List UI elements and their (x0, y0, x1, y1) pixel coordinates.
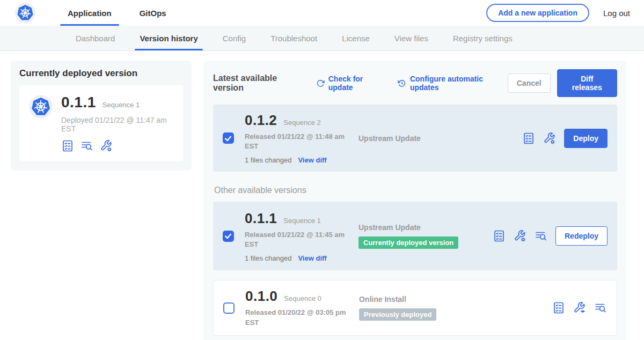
configure-updates-label: Configure automatic updates (410, 75, 508, 92)
tab-view-files-label: View files (394, 34, 428, 43)
version-source-block: Upstream Update (358, 134, 493, 143)
edit-config-icon[interactable] (100, 139, 113, 152)
version-checkbox[interactable] (223, 302, 235, 314)
preflight-checks-icon[interactable] (493, 230, 506, 242)
kubernetes-logo-icon (15, 3, 35, 23)
check-for-update-link[interactable]: Check for update (316, 75, 386, 92)
deploy-button[interactable]: Deploy (564, 129, 608, 148)
main-content: Currently deployed version 0.1.1 Sequenc… (0, 51, 644, 340)
version-actions (552, 301, 607, 314)
top-nav-spacer (180, 0, 486, 26)
version-released-at: Released 01/20/22 @ 03:05 pm EST (245, 308, 346, 327)
tab-registry-settings[interactable]: Registry settings (441, 26, 525, 50)
edit-config-icon[interactable] (543, 132, 556, 145)
add-application-button[interactable]: Add a new application (486, 4, 589, 22)
available-versions-panel: Latest available version Check for updat… (203, 61, 627, 340)
tab-config[interactable]: Config (210, 26, 258, 50)
top-tab-application[interactable]: Application (54, 0, 126, 26)
tab-troubleshoot[interactable]: Troubleshoot (258, 26, 330, 50)
version-sequence: Sequence 0 (284, 294, 321, 302)
version-row-0-1-2: 0.1.2 Sequence 2 Released 01/21/22 @ 11:… (213, 105, 617, 172)
current-version-sequence: Sequence 1 (103, 101, 140, 109)
tab-license[interactable]: License (330, 26, 382, 50)
cancel-button[interactable]: Cancel (508, 73, 551, 93)
deploy-logs-icon[interactable] (80, 139, 93, 152)
tab-view-files[interactable]: View files (382, 26, 441, 50)
version-info: 0.1.2 Sequence 2 Released 01/21/22 @ 11:… (245, 112, 358, 164)
version-released-at: Released 01/21/22 @ 11:45 am EST (245, 230, 346, 249)
version-number: 0.1.2 (245, 112, 277, 129)
version-source-block: Online Install Previously deployed (359, 295, 493, 321)
tab-troubleshoot-label: Troubleshoot (270, 34, 317, 43)
logout-link[interactable]: Log out (603, 9, 630, 18)
edit-config-icon[interactable] (514, 230, 526, 242)
view-diff-link[interactable]: View diff (298, 156, 326, 164)
previously-deployed-badge: Previously deployed (359, 308, 436, 321)
version-checkbox[interactable] (223, 231, 234, 242)
view-diff-link[interactable]: View diff (298, 254, 326, 262)
version-source: Upstream Update (358, 134, 493, 143)
currently-deployed-badge: Currently deployed version (358, 236, 458, 249)
current-version-deployed-at: Deployed 01/21/22 @ 11:47 am EST (61, 116, 173, 133)
checkmark-icon (223, 134, 233, 143)
version-source-block: Upstream Update Currently deployed versi… (358, 223, 493, 249)
top-nav: Application GitOps Add a new application… (0, 0, 644, 26)
app-sub-nav: Dashboard Version history Config Trouble… (0, 26, 644, 51)
files-changed-label: 1 files changed (245, 156, 291, 164)
check-for-update-label: Check for update (328, 75, 386, 92)
top-tab-gitops[interactable]: GitOps (126, 0, 180, 26)
tab-registry-settings-label: Registry settings (453, 34, 513, 43)
latest-available-title: Latest available version (213, 73, 304, 93)
currently-deployed-inner-card: 0.1.1 Sequence 1 Deployed 01/21/22 @ 11:… (19, 85, 183, 161)
tab-version-history-label: Version history (140, 34, 197, 43)
top-tab-gitops-label: GitOps (140, 9, 166, 18)
redeploy-button[interactable]: Redeploy (555, 226, 608, 246)
refresh-icon (316, 79, 325, 88)
currently-deployed-title: Currently deployed version (19, 68, 183, 79)
version-actions: Deploy (522, 129, 608, 148)
preflight-checks-icon[interactable] (552, 301, 565, 314)
top-tab-application-label: Application (68, 9, 112, 18)
deploy-logs-icon[interactable] (535, 230, 547, 242)
version-released-at: Released 01/21/22 @ 11:48 am EST (245, 132, 346, 151)
configure-updates-link[interactable]: Configure automatic updates (398, 75, 508, 92)
other-versions-header: Other available versions (214, 186, 617, 195)
tab-dashboard[interactable]: Dashboard (63, 26, 127, 50)
tab-config-label: Config (223, 34, 246, 43)
tab-license-label: License (342, 34, 370, 43)
version-sequence: Sequence 2 (283, 119, 320, 127)
preflight-checks-icon[interactable] (61, 139, 74, 152)
diff-releases-button[interactable]: Diff releases (557, 69, 617, 97)
tab-version-history[interactable]: Version history (127, 26, 210, 50)
preflight-checks-icon[interactable] (522, 132, 535, 145)
version-source: Upstream Update (358, 223, 493, 232)
tab-dashboard-label: Dashboard (76, 34, 115, 43)
row-gap (213, 270, 617, 280)
auto-update-clock-icon (398, 79, 406, 88)
deploy-logs-icon[interactable] (594, 301, 607, 314)
checkmark-icon (223, 231, 233, 241)
currently-deployed-details: 0.1.1 Sequence 1 Deployed 01/21/22 @ 11:… (61, 94, 173, 152)
version-source: Online Install (359, 295, 493, 304)
current-version-number: 0.1.1 (61, 94, 96, 111)
version-row-0-1-0: 0.1.0 Sequence 0 Released 01/20/22 @ 03:… (213, 280, 617, 335)
panel-header: Latest available version Check for updat… (213, 69, 617, 97)
files-changed-label: 1 files changed (245, 254, 291, 262)
version-info: 0.1.0 Sequence 0 Released 01/20/22 @ 03:… (245, 288, 359, 327)
app-logo (15, 0, 35, 26)
kubernetes-app-icon (29, 94, 53, 120)
version-number: 0.1.1 (245, 210, 277, 227)
version-row-0-1-1: 0.1.1 Sequence 1 Released 01/21/22 @ 11:… (213, 202, 617, 270)
version-checkbox[interactable] (223, 132, 234, 144)
version-number: 0.1.0 (245, 288, 277, 305)
view-config-icon[interactable] (573, 301, 586, 314)
version-actions: Redeploy (493, 226, 608, 246)
currently-deployed-card: Currently deployed version 0.1.1 Sequenc… (11, 61, 192, 171)
version-info: 0.1.1 Sequence 1 Released 01/21/22 @ 11:… (245, 210, 358, 262)
version-sequence: Sequence 1 (283, 217, 320, 225)
